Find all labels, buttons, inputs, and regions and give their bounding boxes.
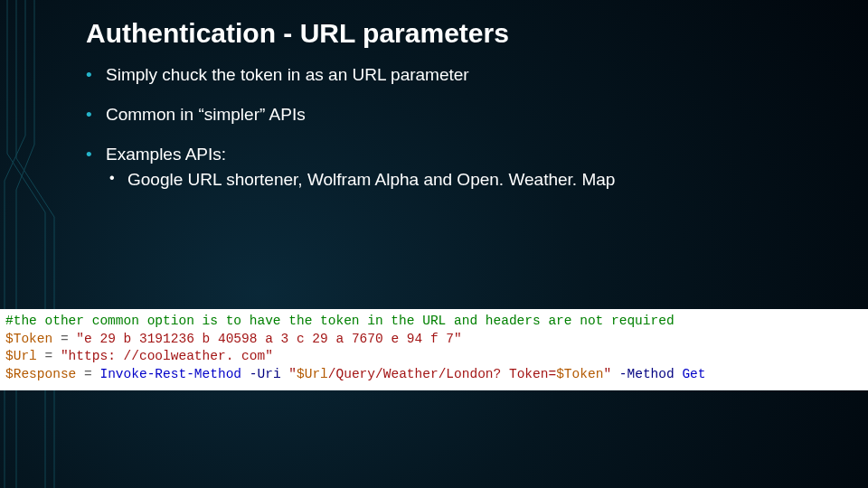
svg-line-4 — [16, 158, 54, 217]
code-keyword: Get — [682, 367, 705, 381]
slide-content: Authentication - URL parameters Simply c… — [86, 18, 841, 470]
bullet-item: Examples APIs: Google URL shortener, Wol… — [86, 145, 841, 190]
code-variable: $Token — [5, 332, 52, 346]
code-string: /Query/Weather/London? Token= — [328, 367, 556, 381]
sub-bullet-list: Google URL shortener, Wolfram Alpha and … — [106, 170, 841, 190]
code-string: " — [603, 367, 611, 381]
code-string: "e 29 b 3191236 b 40598 a 3 c 29 a 7670 … — [76, 332, 461, 346]
svg-line-10 — [16, 145, 34, 190]
code-command: Invoke-Rest-Method — [99, 367, 241, 381]
bullet-text: Examples APIs: — [106, 145, 226, 164]
svg-line-7 — [5, 136, 25, 181]
code-variable: $Token — [556, 367, 603, 381]
code-operator: = — [52, 332, 76, 346]
bullet-item: Common in “simpler” APIs — [86, 105, 841, 125]
code-operator: = — [37, 349, 61, 363]
code-string: " — [288, 367, 297, 381]
code-variable: $Url — [5, 349, 37, 363]
code-operator: = — [76, 367, 99, 381]
code-comment: #the other common option is to have the … — [5, 314, 675, 328]
decorative-lines — [0, 0, 72, 488]
sub-bullet-item: Google URL shortener, Wolfram Alpha and … — [106, 170, 841, 190]
code-string: "https: //coolweather. com" — [61, 349, 273, 363]
bullet-list: Simply chuck the token in as an URL para… — [86, 65, 841, 190]
slide-title: Authentication - URL parameters — [86, 18, 841, 49]
code-variable: $Response — [5, 367, 76, 381]
code-parameter: -Method — [611, 367, 682, 381]
code-block: #the other common option is to have the … — [0, 309, 868, 390]
bullet-item: Simply chuck the token in as an URL para… — [86, 65, 841, 85]
code-variable: $Url — [297, 367, 328, 381]
code-parameter: -Uri — [241, 367, 288, 381]
svg-line-1 — [7, 154, 45, 212]
